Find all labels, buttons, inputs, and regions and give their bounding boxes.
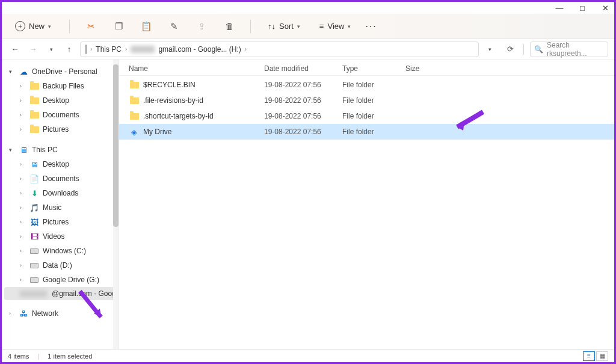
addressbar-dropdown[interactable]: ▾ (482, 42, 497, 57)
sidebar-scrollbar[interactable] (113, 60, 119, 353)
status-bar: 4 items | 1 item selected ≡ ▦ (2, 349, 614, 362)
file-type: File folder (342, 96, 405, 105)
view-button[interactable]: ≡ View ▾ (315, 19, 356, 33)
toolbar: + New ▾ ✂ ❐ 📋 ✎ ⇪ 🗑 ↑↓ Sort ▾ ≡ View ▾ ·… (2, 14, 614, 39)
chevron-down-icon: ▾ (348, 23, 351, 29)
minimize-button[interactable]: — (555, 4, 564, 12)
navbar: ← → ▾ ↑ › This PC › xxxx gmail.com - Goo… (2, 39, 614, 60)
status-selected-count: 1 item selected (48, 353, 92, 360)
expander-icon[interactable]: › (20, 97, 26, 103)
separator (523, 44, 524, 55)
view-label: View (327, 22, 344, 31)
sidebar-item[interactable]: ›🎞Videos (4, 229, 119, 244)
titlebar: — □ ✕ (2, 2, 614, 14)
more-button[interactable]: ··· (365, 21, 377, 32)
file-row[interactable]: ◈My Drive19-08-2022 07:56File folder (119, 124, 614, 140)
sidebar-item-thispc[interactable]: ▾ 🖥 This PC (4, 143, 119, 157)
file-name: $RECYCLE.BIN (143, 81, 264, 89)
sidebar-item[interactable]: ›🖥Desktop (4, 157, 119, 171)
recent-dropdown[interactable]: ▾ (44, 42, 58, 57)
sidebar-item-network[interactable]: › 🖧 Network (4, 306, 119, 321)
search-input[interactable]: 🔍 Search rksupreeth... (530, 42, 608, 57)
refresh-button[interactable]: ⟳ (503, 42, 517, 57)
sidebar-item[interactable]: ›Windows (C:) (4, 244, 119, 258)
expander-icon[interactable]: ▾ (9, 69, 15, 75)
sidebar-item[interactable]: ›Data (D:) (4, 258, 119, 273)
expander-icon[interactable]: › (20, 83, 26, 89)
expander-icon[interactable]: › (20, 176, 26, 182)
sidebar-item[interactable]: ›🖼Pictures (4, 215, 119, 229)
file-date: 19-08-2022 07:56 (264, 96, 342, 105)
maximize-button[interactable]: □ (578, 4, 587, 12)
cut-button[interactable]: ✂ (82, 17, 100, 35)
file-date: 19-08-2022 07:56 (264, 81, 342, 89)
folder-icon (129, 96, 140, 105)
expander-icon[interactable]: ▾ (9, 147, 15, 153)
sidebar-item-label: Music (43, 203, 61, 212)
copy-button[interactable]: ❐ (109, 17, 128, 35)
sidebar-item-selected-drive[interactable]: xx @gmail.com - Goog (4, 287, 119, 300)
expander-icon[interactable]: › (20, 126, 26, 132)
file-row[interactable]: .shortcut-targets-by-id19-08-2022 07:56F… (119, 108, 614, 124)
file-name: .file-revisions-by-id (143, 96, 264, 105)
expander-icon[interactable]: › (20, 190, 26, 196)
back-button[interactable]: ← (8, 42, 22, 57)
expander-icon[interactable]: › (20, 233, 26, 239)
expander-icon[interactable]: › (20, 219, 26, 225)
folder-icon (129, 80, 140, 90)
expander-icon[interactable]: › (20, 248, 26, 254)
expander-icon[interactable]: › (20, 262, 26, 268)
up-button[interactable]: ↑ (62, 42, 76, 57)
sidebar-item-label: Documents (43, 174, 79, 183)
thumbnails-view-button[interactable]: ▦ (596, 351, 608, 361)
video-icon: 🎞 (29, 232, 39, 241)
expander-icon[interactable]: › (20, 205, 26, 211)
sidebar-item[interactable]: ›Documents (4, 108, 119, 122)
sidebar-item-label: OneDrive - Personal (32, 67, 97, 76)
expander-icon[interactable]: › (9, 310, 15, 316)
column-size[interactable]: Size (405, 64, 454, 73)
navigation-pane: ▾ ☁ OneDrive - Personal ›Backup Files›De… (2, 60, 119, 353)
delete-button[interactable]: 🗑 (220, 17, 238, 35)
column-name[interactable]: Name (129, 64, 264, 73)
sidebar-item-label: Downloads (43, 189, 78, 197)
sidebar-item[interactable]: ›Desktop (4, 93, 119, 108)
file-row[interactable]: .file-revisions-by-id19-08-2022 07:56Fil… (119, 93, 614, 108)
file-row[interactable]: $RECYCLE.BIN19-08-2022 07:56File folder (119, 77, 614, 93)
gdrive-icon: ◈ (129, 127, 140, 137)
onedrive-icon: ☁ (19, 67, 28, 76)
expander-icon[interactable]: › (20, 112, 26, 118)
expander-icon[interactable]: › (20, 161, 26, 167)
folder-icon (29, 81, 39, 91)
plus-icon: + (15, 21, 25, 31)
sidebar-item[interactable]: ›Backup Files (4, 79, 119, 93)
blurred-text: xx (20, 291, 47, 297)
sidebar-item[interactable]: ›Pictures (4, 122, 119, 137)
sidebar-item[interactable]: ›Google Drive (G:) (4, 273, 119, 287)
column-date[interactable]: Date modified (264, 64, 342, 73)
sidebar-item[interactable]: ›📄Documents (4, 171, 119, 186)
file-type: File folder (342, 128, 405, 136)
sidebar-item-label: Documents (43, 111, 79, 119)
file-type: File folder (342, 112, 405, 120)
details-view-button[interactable]: ≡ (583, 351, 595, 361)
column-type[interactable]: Type (342, 64, 405, 73)
rename-button[interactable]: ✎ (165, 17, 183, 35)
separator (250, 20, 251, 33)
sidebar-item-onedrive[interactable]: ▾ ☁ OneDrive - Personal (4, 64, 119, 79)
breadcrumb-thispc[interactable]: This PC (96, 45, 122, 54)
sidebar-item[interactable]: ›⬇Downloads (4, 186, 119, 200)
close-button[interactable]: ✕ (601, 4, 609, 12)
address-bar[interactable]: › This PC › xxxx gmail.com - Google... (… (80, 42, 479, 57)
expander-icon[interactable]: › (20, 277, 26, 283)
pic-icon: 🖼 (29, 217, 39, 227)
breadcrumb-current[interactable]: gmail.com - Google... (H:) (158, 45, 241, 54)
sort-button[interactable]: ↑↓ Sort ▾ (263, 19, 305, 33)
scrollbar-thumb[interactable] (113, 64, 119, 227)
sidebar-item-label: Windows (C:) (43, 247, 86, 255)
new-button[interactable]: + New ▾ (9, 19, 57, 34)
folder-icon (29, 96, 39, 105)
folder-icon (29, 110, 39, 120)
sidebar-item[interactable]: ›🎵Music (4, 200, 119, 215)
sort-icon: ↑↓ (268, 22, 276, 31)
